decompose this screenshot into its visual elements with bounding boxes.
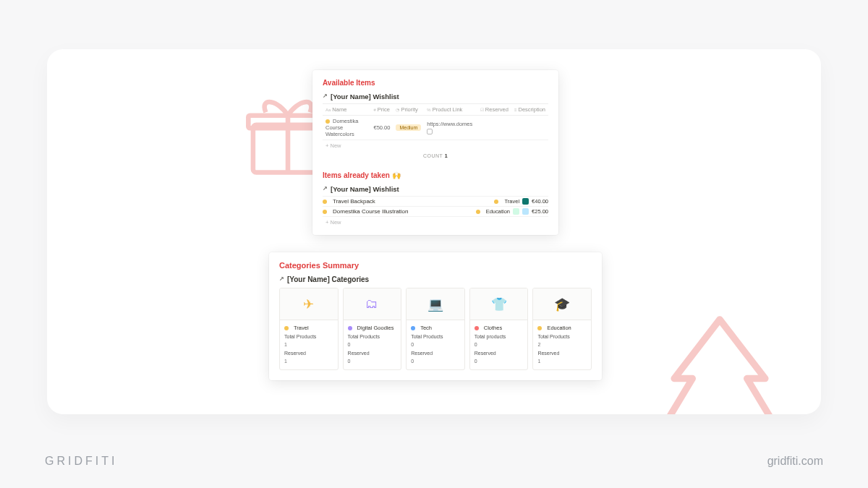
dot-icon <box>411 326 415 330</box>
table-row[interactable]: Domestika Course Watercolors €50.00 Medi… <box>323 116 548 140</box>
reserved-label: Reserved <box>348 350 397 358</box>
thumb-icon <box>513 208 519 215</box>
linked-db-icon: ↗ <box>323 185 328 192</box>
total-products-value: 2 <box>537 341 587 349</box>
category-icon: ✈ <box>280 288 338 320</box>
template-preview-frame: Available Items ↗ [Your Name] Wishlist A… <box>47 49 821 414</box>
site-link[interactable]: gridfiti.com <box>767 455 823 468</box>
dot-icon <box>537 326 542 330</box>
list-item[interactable]: Domestika Course Illustration Education … <box>323 206 548 216</box>
wishlist-name: [Your Name] Wishlist <box>331 185 399 193</box>
dot-icon <box>323 200 327 204</box>
total-products-value: 1 <box>284 341 333 349</box>
available-items-title: Available Items <box>323 79 548 87</box>
new-row-button[interactable]: + New <box>323 216 548 228</box>
count-summary: COUNT 1 <box>323 151 548 158</box>
col-reserved[interactable]: ☑Reserved <box>477 104 511 116</box>
categories-panel: Categories Summary ↗ [Your Name] Categor… <box>269 252 602 380</box>
total-products-label: Total Products <box>411 333 460 341</box>
reserved-value: 1 <box>537 358 587 366</box>
wishlist-name: [Your Name] Wishlist <box>331 93 399 100</box>
category-card[interactable]: 💻TechTotal Products0Reserved0 <box>406 288 465 370</box>
open-link-icon[interactable] <box>427 129 433 134</box>
wishlist-subtitle[interactable]: ↗ [Your Name] Wishlist <box>323 93 548 100</box>
thumb-icon <box>522 198 529 205</box>
thumb-icon <box>522 208 529 215</box>
dot-icon <box>326 119 330 124</box>
reserved-value: 0 <box>348 358 397 366</box>
category-card[interactable]: 👕ClothesTotal products0Reserved0 <box>469 288 529 370</box>
wishlist-panel: Available Items ↗ [Your Name] Wishlist A… <box>312 70 558 235</box>
category-card[interactable]: 🗂Digital GoodiesTotal Products0Reserved0 <box>343 288 402 370</box>
priority-tag: Medium <box>396 124 421 131</box>
footer: GRIDFITI gridfiti.com <box>45 455 823 468</box>
reserved-label: Reserved <box>475 350 524 358</box>
new-row-button[interactable]: + New <box>323 140 548 151</box>
linked-db-icon: ↗ <box>279 275 284 282</box>
category-icon: 👕 <box>470 288 528 320</box>
categories-subtitle[interactable]: ↗ [Your Name] Categories <box>279 275 592 283</box>
taken-items-title: Items already taken 🙌 <box>323 171 548 179</box>
col-description[interactable]: ≡Description <box>511 104 548 116</box>
dot-icon <box>494 200 498 204</box>
col-link[interactable]: %Product Link <box>424 104 477 116</box>
total-products-label: Total Products <box>348 333 397 341</box>
category-name: Education <box>537 324 587 332</box>
total-products-value: 0 <box>411 341 460 349</box>
dot-icon <box>348 326 352 330</box>
total-products-value: 0 <box>348 341 397 349</box>
category-card[interactable]: 🎓EducationTotal Products2Reserved1 <box>532 288 592 370</box>
reserved-label: Reserved <box>284 350 333 358</box>
tree-icon <box>651 306 788 414</box>
col-price[interactable]: #Price <box>370 104 393 116</box>
available-items-table: AaName #Price ◔Priority %Product Link ☑R… <box>323 103 548 140</box>
taken-items-list: Travel Backpack Travel €40.00 Domestika … <box>323 196 548 228</box>
total-products-value: 0 <box>475 341 524 349</box>
brand-logo: GRIDFITI <box>45 455 117 468</box>
dot-icon <box>476 210 480 214</box>
categories-title: Categories Summary <box>279 261 592 270</box>
reserved-label: Reserved <box>537 350 587 358</box>
col-name[interactable]: AaName <box>323 104 370 116</box>
reserved-label: Reserved <box>411 350 460 358</box>
category-name: Tech <box>411 324 460 332</box>
category-name: Clothes <box>475 324 524 332</box>
wishlist-subtitle-taken[interactable]: ↗ [Your Name] Wishlist <box>323 185 548 193</box>
category-cards: ✈TravelTotal Products1Reserved1🗂Digital … <box>279 288 592 370</box>
dot-icon <box>475 326 479 330</box>
category-icon: 💻 <box>407 288 464 320</box>
categories-name: [Your Name] Categories <box>287 275 369 283</box>
total-products-label: Total Products <box>284 333 333 341</box>
list-item[interactable]: Travel Backpack Travel €40.00 <box>323 196 548 206</box>
reserved-value: 1 <box>284 358 333 366</box>
category-card[interactable]: ✈TravelTotal Products1Reserved1 <box>279 288 339 370</box>
category-icon: 🗂 <box>344 288 401 320</box>
reserved-value: 0 <box>475 358 524 366</box>
category-name: Travel <box>284 324 333 332</box>
linked-db-icon: ↗ <box>323 93 328 99</box>
category-name: Digital Goodies <box>348 324 397 332</box>
category-icon: 🎓 <box>533 288 591 320</box>
total-products-label: Total products <box>475 333 524 341</box>
dot-icon <box>284 326 289 330</box>
total-products-label: Total Products <box>537 333 587 341</box>
reserved-value: 0 <box>411 358 460 366</box>
dot-icon <box>323 210 327 214</box>
col-priority[interactable]: ◔Priority <box>393 104 424 116</box>
